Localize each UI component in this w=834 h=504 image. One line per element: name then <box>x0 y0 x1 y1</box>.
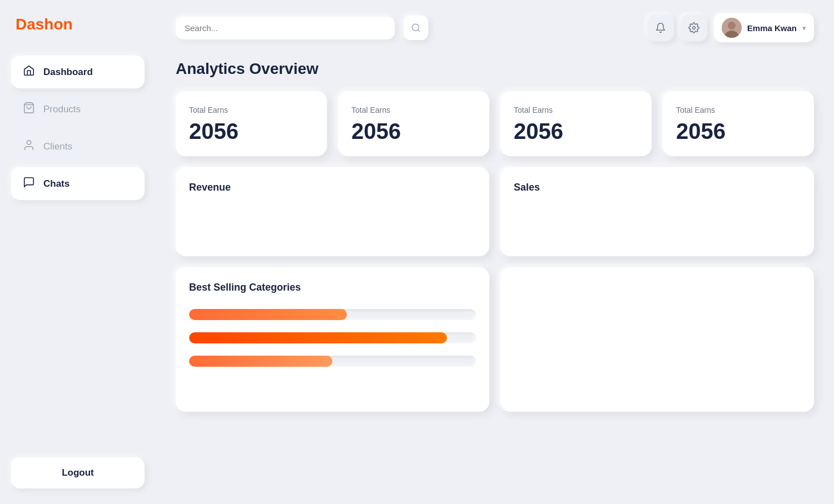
chat-icon <box>22 176 36 191</box>
progress-bars <box>189 309 476 367</box>
stat-value-3: 2056 <box>676 119 801 144</box>
svg-point-6 <box>728 22 736 29</box>
logo: Dashon <box>11 16 145 33</box>
stat-label-0: Total Earns <box>189 106 314 114</box>
page-title: Analytics Overview <box>176 60 814 78</box>
notifications-button[interactable] <box>647 14 674 41</box>
user-name: Emma Kwan <box>747 23 797 33</box>
progress-fill-1 <box>189 332 447 343</box>
stat-card-2: Total Earns 2056 <box>500 91 652 156</box>
stat-value-2: 2056 <box>514 119 638 144</box>
stat-card-1: Total Earns 2056 <box>338 91 489 156</box>
header-actions: Emma Kwan ▾ <box>647 13 814 42</box>
settings-button[interactable] <box>681 14 707 41</box>
sales-title: Sales <box>514 182 801 193</box>
sidebar-item-dashboard[interactable]: Dashboard <box>11 56 145 88</box>
progress-fill-2 <box>189 356 332 367</box>
stat-value-0: 2056 <box>189 119 314 144</box>
categories-title: Best Selling Categories <box>189 282 476 293</box>
sales-chart: Sales <box>500 167 814 256</box>
sidebar-item-label-chats: Chats <box>43 178 70 189</box>
svg-point-1 <box>27 141 31 144</box>
sidebar-item-label-dashboard: Dashboard <box>43 67 93 78</box>
chevron-down-icon: ▾ <box>802 24 806 32</box>
nav-items: Dashboard Products Clients <box>11 56 145 446</box>
header: Emma Kwan ▾ <box>176 13 814 42</box>
sidebar-item-products[interactable]: Products <box>11 93 145 126</box>
person-icon <box>22 139 36 154</box>
progress-track-1 <box>189 332 476 343</box>
progress-fill-0 <box>189 309 347 320</box>
stat-label-1: Total Earns <box>351 106 476 114</box>
stat-card-0: Total Earns 2056 <box>176 91 327 156</box>
search-button[interactable] <box>404 16 428 40</box>
charts-row: Revenue Sales <box>176 167 814 256</box>
progress-track-0 <box>189 309 476 320</box>
search-input[interactable] <box>185 23 386 33</box>
home-icon <box>22 64 36 79</box>
extra-card <box>500 267 814 412</box>
sidebar-item-label-products: Products <box>43 104 81 115</box>
progress-track-2 <box>189 356 476 367</box>
logo-dark: Dash <box>16 16 53 33</box>
logout-button[interactable]: Logout <box>11 457 145 488</box>
sidebar-item-clients[interactable]: Clients <box>11 130 145 163</box>
sidebar-item-label-clients: Clients <box>43 141 72 152</box>
revenue-title: Revenue <box>189 182 476 193</box>
categories-card: Best Selling Categories <box>176 267 489 412</box>
stat-card-3: Total Earns 2056 <box>663 91 814 156</box>
svg-line-3 <box>418 29 419 31</box>
cart-icon <box>22 102 36 117</box>
logo-orange: on <box>53 16 72 33</box>
stat-label-2: Total Earns <box>514 106 638 114</box>
main-content: Emma Kwan ▾ Analytics Overview Total Ear… <box>156 0 834 504</box>
stat-label-3: Total Earns <box>676 106 801 114</box>
svg-point-4 <box>692 27 695 29</box>
sidebar-item-chats[interactable]: Chats <box>11 167 145 200</box>
avatar <box>722 18 742 38</box>
bottom-row: Best Selling Categories <box>176 267 814 412</box>
revenue-chart: Revenue <box>176 167 489 256</box>
search-bar <box>176 17 395 39</box>
user-menu[interactable]: Emma Kwan ▾ <box>714 13 814 42</box>
stat-value-1: 2056 <box>351 119 476 144</box>
stats-row: Total Earns 2056 Total Earns 2056 Total … <box>176 91 814 156</box>
sidebar: Dashon Dashboard Products <box>0 0 156 504</box>
